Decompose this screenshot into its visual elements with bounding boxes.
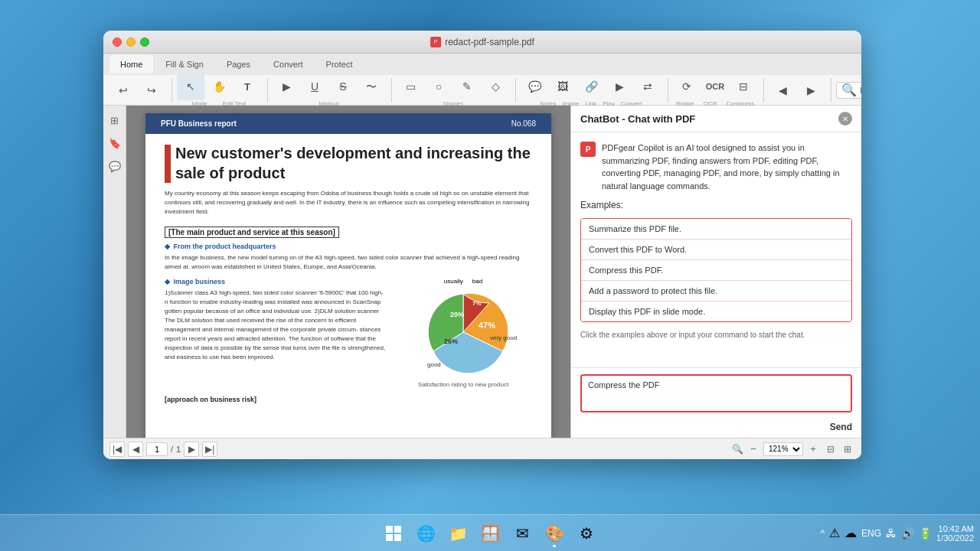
chatbot-close-button[interactable]: ✕ (838, 112, 852, 126)
taskbar-paint-button[interactable]: 🎨 (539, 518, 570, 549)
mode-group: ↖ ✋ T Mode Edit Text (177, 78, 268, 103)
comment-icon[interactable]: 💬 (106, 158, 123, 174)
toolbar-right: 🔍 ▾ ☀ Day ⤢ 💬 Feedback (836, 77, 861, 104)
convert-tool[interactable]: ⇄ (634, 73, 662, 100)
examples-label: Examples: (580, 200, 852, 210)
windows-logo-button[interactable] (378, 518, 409, 549)
pdf-area: PFU Business report No.068 New customer'… (126, 106, 570, 459)
insert-group: 💬 🖼 🔗 ▶ ⇄ Notes Image Link Play Convert (521, 78, 668, 103)
highlight-tool[interactable]: ▶ (273, 73, 300, 100)
tab-convert[interactable]: Convert (263, 55, 314, 73)
svg-rect-9 (394, 534, 401, 541)
language-indicator[interactable]: ENG (861, 528, 881, 539)
bad-label: bad (472, 278, 482, 285)
prev-page-btn[interactable]: ◀ (769, 77, 796, 104)
maximize-button[interactable] (140, 37, 149, 47)
image-business-text: ◆ Image business 1)Scanner class A3 high… (165, 278, 387, 368)
chatbot-title: ChatBot - Chat with PDF (580, 113, 695, 125)
example-btn-summarize[interactable]: Summarize this PDF file. (581, 219, 851, 240)
zoom-out-button[interactable]: − (746, 442, 760, 456)
edit-text-tool[interactable]: T (234, 73, 261, 100)
pen-tool[interactable]: ✎ (453, 73, 481, 100)
undo-button[interactable]: ↩ (109, 77, 137, 104)
zoom-select[interactable]: 121% (763, 442, 803, 456)
chatbot-header: ChatBot - Chat with PDF ✕ (571, 106, 861, 132)
example-btn-compress[interactable]: Compress this PDF. (581, 260, 851, 281)
minimize-button[interactable] (126, 37, 136, 47)
next-page-btn[interactable]: ▶ (797, 77, 825, 104)
taskbar-store-button[interactable]: 🪟 (475, 518, 505, 549)
svg-rect-6 (386, 526, 393, 533)
pie-chart: 47% 26% 20% 7% very good good (406, 286, 521, 378)
two-page-view[interactable]: ⊞ (840, 442, 855, 457)
example-btn-password[interactable]: Add a password to protect this file. (581, 281, 851, 302)
page-number-input[interactable] (146, 442, 168, 456)
zoom-in-button[interactable]: + (806, 442, 820, 456)
pdf-icon: P (430, 37, 441, 47)
sidebar-icons: ⊞ 🔖 💬 (103, 106, 126, 459)
compress-tool[interactable]: ⊟ (730, 73, 757, 100)
svg-text:good: good (427, 361, 441, 368)
single-page-view[interactable]: ⊟ (823, 442, 838, 457)
taskbar-start: 🌐 📁 🪟 ✉ 🎨 ⚙ (378, 518, 602, 549)
squiggle-tool[interactable]: 〜 (358, 73, 385, 100)
next-page-button-bottom[interactable]: ▶ (184, 442, 199, 457)
red-accent-bar (165, 145, 171, 183)
taskbar-edge-button[interactable]: 🌐 (410, 518, 441, 549)
chart-caption: Satisfaction rating to new product (418, 381, 508, 388)
pdf-page: PFU Business report No.068 New customer'… (145, 113, 551, 459)
last-page-button[interactable]: ▶| (202, 442, 217, 457)
pdf-title: New customer's development and increasin… (165, 143, 532, 183)
zoom-area: 🔍 − 121% + ⊟ ⊞ (732, 442, 855, 457)
send-button[interactable]: Send (830, 422, 852, 432)
close-button[interactable] (113, 37, 122, 47)
eraser-tool[interactable]: ◇ (482, 73, 509, 100)
rect-tool[interactable]: ▭ (397, 73, 424, 100)
link-tool[interactable]: 🔗 (577, 73, 605, 100)
tray-cloud-icon: ☁ (844, 526, 857, 540)
redo-button[interactable]: ↪ (138, 77, 165, 104)
from-hq-label: ◆ From the product headquarters (165, 243, 532, 250)
search-box[interactable]: 🔍 ▾ (836, 82, 861, 99)
example-btn-convert[interactable]: Convert this PDF to Word. (581, 240, 851, 260)
pdf-window: P redact-pdf-sample.pdf Home Fill & Sign… (103, 31, 861, 459)
hand-tool[interactable]: ✋ (205, 73, 233, 100)
chatbot-intro: P PDFgear Copilot is an AI tool designed… (580, 142, 852, 192)
example-btn-slidemode[interactable]: Display this PDF in slide mode. (581, 302, 851, 321)
taskbar-settings-button[interactable]: ⚙ (571, 518, 602, 549)
image-tool[interactable]: 🖼 (549, 73, 577, 100)
taskbar-clock[interactable]: 10:42 AM 1/30/2022 (936, 524, 974, 543)
image-business-label: ◆ Image business (165, 278, 387, 285)
ellipse-tool[interactable]: ○ (425, 73, 452, 100)
taskbar-explorer-button[interactable]: 📁 (443, 518, 473, 549)
ocr-tool[interactable]: OCR (701, 73, 729, 100)
tab-home[interactable]: Home (109, 55, 153, 73)
pdf-chart-column: usually bad (394, 278, 532, 388)
tab-pages[interactable]: Pages (216, 55, 261, 73)
first-page-button[interactable]: |◀ (109, 442, 125, 457)
bookmark-icon[interactable]: 🔖 (106, 135, 123, 152)
cursor-tool[interactable]: ↖ (177, 73, 204, 100)
from-hq-text: In the image business, the new model tur… (165, 253, 532, 272)
network-icon: 🖧 (886, 527, 897, 540)
window-title: P redact-pdf-sample.pdf (430, 37, 534, 47)
rotate-tool[interactable]: ⟳ (673, 73, 701, 100)
svg-text:20%: 20% (450, 311, 464, 318)
chatbot-panel: ChatBot - Chat with PDF ✕ P PDFgear Copi… (570, 106, 861, 459)
search-input[interactable] (860, 86, 861, 95)
play-tool[interactable]: ▶ (606, 73, 633, 100)
tab-fill-sign[interactable]: Fill & Sign (155, 55, 214, 73)
section1-title: [The main product and service at this se… (165, 227, 339, 238)
page-nav-group: ◀ ▶ (769, 78, 831, 103)
sticky-note-tool[interactable]: 💬 (521, 73, 548, 100)
strikethrough-tool[interactable]: S (329, 73, 357, 100)
thumbnail-icon[interactable]: ⊞ (106, 112, 123, 129)
tray-chevron[interactable]: ^ (820, 528, 825, 539)
prev-page-button-bottom[interactable]: ◀ (128, 442, 143, 457)
pdf-intro: My country economy at this season keeps … (165, 189, 532, 217)
search-zoom-icon: 🔍 (732, 444, 743, 455)
tab-protect[interactable]: Protect (315, 55, 364, 73)
underline-tool[interactable]: U (301, 73, 328, 100)
svg-rect-7 (394, 526, 401, 533)
taskbar-mail-button[interactable]: ✉ (507, 518, 537, 549)
